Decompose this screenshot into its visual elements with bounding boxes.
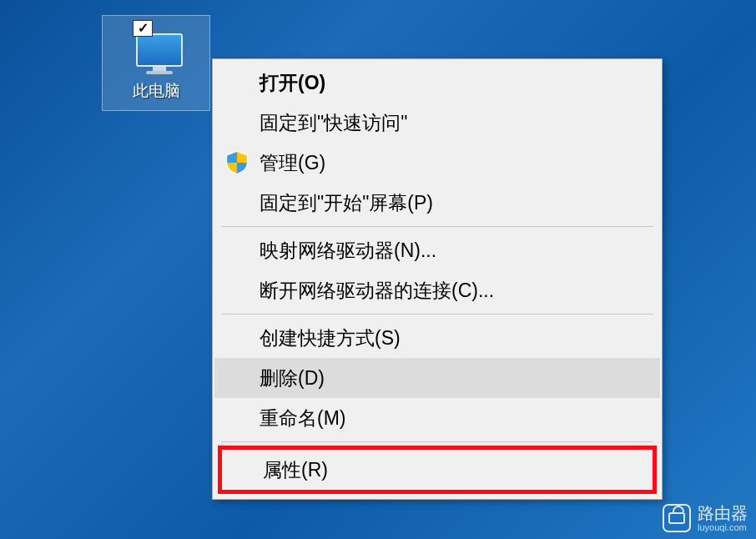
selection-check-icon [133,20,153,37]
router-icon [663,504,691,532]
menu-item-pin-start[interactable]: 固定到"开始"屏幕(P) [214,183,660,223]
menu-item-label: 属性(R) [263,457,328,483]
menu-item-rename[interactable]: 重命名(M) [214,398,660,438]
shield-icon [226,151,248,174]
context-menu: 打开(O) 固定到"快速访问" 管理(G) 固定到"开始"屏幕(P) 映射网络驱… [212,58,663,500]
menu-item-label: 管理(G) [260,150,325,176]
menu-item-properties[interactable]: 属性(R) [218,446,657,494]
menu-item-delete[interactable]: 删除(D) [214,358,660,398]
menu-item-create-shortcut[interactable]: 创建快捷方式(S) [214,318,660,358]
menu-item-label: 重命名(M) [260,406,345,431]
watermark: 路由器 luyouqi.com [663,504,748,532]
menu-item-label: 断开网络驱动器的连接(C)... [260,278,494,304]
menu-item-label: 打开(O) [260,70,325,96]
menu-item-label: 固定到"快速访问" [260,110,407,136]
menu-separator [221,441,653,442]
menu-separator [221,226,653,227]
this-pc-icon [128,25,184,75]
menu-item-manage[interactable]: 管理(G) [214,143,660,183]
desktop-icon-label: 此电脑 [133,80,180,102]
menu-item-open[interactable]: 打开(O) [214,63,660,103]
menu-item-label: 删除(D) [260,365,325,391]
menu-item-map-network-drive[interactable]: 映射网络驱动器(N)... [214,230,660,270]
menu-item-pin-quick-access[interactable]: 固定到"快速访问" [214,103,660,143]
menu-item-label: 创建快捷方式(S) [260,325,401,351]
watermark-text: 路由器 luyouqi.com [698,504,748,532]
monitor-base [146,71,173,74]
menu-item-label: 固定到"开始"屏幕(P) [260,190,433,216]
menu-separator [221,314,653,315]
menu-item-label: 映射网络驱动器(N)... [260,238,436,264]
watermark-url: luyouqi.com [698,522,748,532]
monitor-icon [136,33,183,67]
watermark-title: 路由器 [698,504,748,522]
menu-item-disconnect-network-drive[interactable]: 断开网络驱动器的连接(C)... [214,270,660,310]
desktop-icon-this-pc[interactable]: 此电脑 [102,15,210,111]
